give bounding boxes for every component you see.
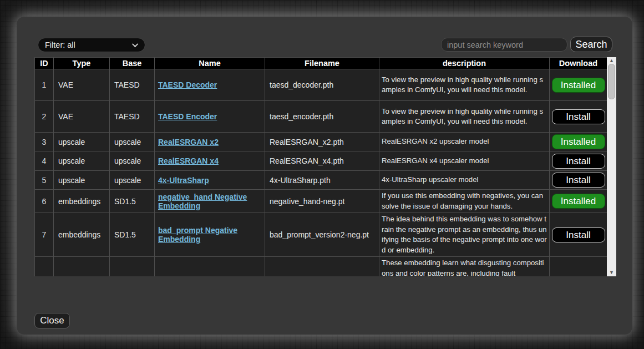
table-row: 6embeddingsSD1.5negative_hand Negative E… [35,190,607,213]
model-name-link[interactable]: RealESRGAN x4 [158,156,219,165]
filter-dropdown[interactable]: Filter: all [38,38,145,52]
cell-base: TAESD [110,101,155,133]
install-models-dialog: Filter: all Search IDTypeBaseNameFilenam… [17,17,632,335]
cell-type: upscale [54,133,110,151]
cell-description: RealESRGAN x4 upscaler model [379,151,550,171]
chevron-down-icon [132,41,138,47]
scrollbar-thumb[interactable] [608,64,615,99]
table-row: 7embeddingsSD1.5bad_prompt Negative Embe… [35,213,607,257]
cell-filename: negative_hand-neg.pt [265,190,379,213]
cell-base: SD1.5 [110,213,155,257]
cell-download [550,257,607,277]
cell-name: negative_hand Negative Embedding [155,190,265,213]
cell-base: upscale [110,171,155,190]
cell-base: upscale [110,133,155,151]
cell-download: Install [550,151,607,171]
cell-filename [265,257,379,277]
cell-description: To view the preview in high quality whil… [379,101,550,133]
table-row: 5upscaleupscale4x-UltraSharp4x-UltraShar… [35,171,607,190]
cell-description: These embedding learn what disgusting co… [379,257,550,277]
cell-id: 1 [35,69,54,101]
cell-name: TAESD Encoder [155,101,265,133]
table-row: These embedding learn what disgusting co… [35,257,607,277]
cell-filename: taesd_decoder.pth [265,69,379,101]
cell-base: SD1.5 [110,190,155,213]
cell-name: 4x-UltraSharp [155,171,265,190]
cell-type: VAE [54,69,110,101]
cell-type: upscale [54,171,110,190]
cell-base: upscale [110,151,155,171]
cell-name: RealESRGAN x2 [155,133,265,151]
install-button[interactable]: Install [552,227,605,242]
cell-id: 5 [35,171,54,190]
model-name-link[interactable]: bad_prompt Negative Embedding [158,226,237,244]
cell-base [110,257,155,277]
search-input[interactable] [441,38,567,52]
cell-id: 6 [35,190,54,213]
install-button[interactable]: Install [552,173,605,188]
cell-type: upscale [54,151,110,171]
close-button[interactable]: Close [34,313,70,328]
cell-base: TAESD [110,69,155,101]
install-button[interactable]: Install [552,109,605,124]
column-header-description: description [379,58,550,69]
cell-filename: bad_prompt_version2-neg.pt [265,213,379,257]
column-header-name: Name [155,58,265,69]
cell-filename: taesd_encoder.pth [265,101,379,133]
cell-name [155,257,265,277]
model-name-link[interactable]: TAESD Decoder [158,80,217,89]
cell-id [35,257,54,277]
column-header-base: Base [110,58,155,69]
models-table-container: IDTypeBaseNameFilenamedescriptionDownloa… [34,57,616,276]
cell-download: Install [550,171,607,190]
cell-id: 2 [35,101,54,133]
table-row: 1VAETAESDTAESD Decodertaesd_decoder.pthT… [35,69,607,101]
cell-type: VAE [54,101,110,133]
cell-filename: RealESRGAN_x4.pth [265,151,379,171]
cell-download: Installed [550,69,607,101]
cell-download: Installed [550,133,607,151]
install-button[interactable]: Install [552,154,605,169]
cell-type: embeddings [54,190,110,213]
cell-filename: RealESRGAN_x2.pth [265,133,379,151]
cell-description: RealESRGAN x2 upscaler model [379,133,550,151]
cell-description: 4x-UltraSharp upscaler model [379,171,550,190]
installed-button[interactable]: Installed [552,78,605,93]
column-header-id: ID [35,58,54,69]
cell-id: 7 [35,213,54,257]
model-name-link[interactable]: 4x-UltraSharp [158,176,209,185]
cell-name: bad_prompt Negative Embedding [155,213,265,257]
cell-type [54,257,110,277]
cell-type: embeddings [54,213,110,257]
column-header-filename: Filename [265,58,379,69]
cell-download: Install [550,213,607,257]
scroll-down-icon[interactable]: ▼ [607,269,616,276]
cell-description: To view the preview in high quality whil… [379,69,550,101]
model-name-link[interactable]: RealESRGAN x2 [158,138,219,146]
cell-name: TAESD Decoder [155,69,265,101]
cell-description: If you use this embedding with negatives… [379,190,550,213]
search-button[interactable]: Search [570,37,612,52]
cell-download: Installed [550,190,607,213]
model-name-link[interactable]: TAESD Encoder [158,112,217,121]
cell-name: RealESRGAN x4 [155,151,265,171]
cell-id: 3 [35,133,54,151]
cell-description: The idea behind this embedding was to so… [379,213,550,257]
installed-button[interactable]: Installed [552,134,605,149]
installed-button[interactable]: Installed [552,194,605,209]
cell-id: 4 [35,151,54,171]
filter-dropdown-label: Filter: all [45,41,75,49]
cell-filename: 4x-UltraSharp.pth [265,171,379,190]
cell-download: Install [550,101,607,133]
table-row: 3upscaleupscaleRealESRGAN x2RealESRGAN_x… [35,133,607,151]
models-table: IDTypeBaseNameFilenamedescriptionDownloa… [34,57,607,276]
column-header-download: Download [550,58,607,69]
table-row: 2VAETAESDTAESD Encodertaesd_encoder.pthT… [35,101,607,133]
table-row: 4upscaleupscaleRealESRGAN x4RealESRGAN_x… [35,151,607,171]
column-header-type: Type [54,58,110,69]
table-header-row: IDTypeBaseNameFilenamedescriptionDownloa… [35,58,607,69]
table-scrollbar[interactable]: ▲ ▼ [607,57,616,276]
model-name-link[interactable]: negative_hand Negative Embedding [158,193,247,210]
